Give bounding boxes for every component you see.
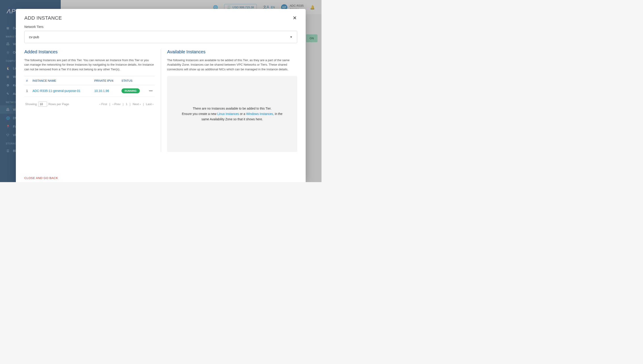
row-index: 1 xyxy=(24,85,31,96)
pagination: Showing Rows per Page ‹ First | ‹ Prev |… xyxy=(24,97,155,107)
added-instances-table: # INSTANCE NAME PRIVATE IPV4 STATUS 1ADC… xyxy=(24,76,155,97)
empty-line1: There are no Instances available to be a… xyxy=(193,107,272,110)
close-icon[interactable]: ✕ xyxy=(292,15,297,21)
col-index: # xyxy=(24,76,31,85)
pg-prev[interactable]: ‹ Prev xyxy=(113,102,121,106)
available-instances-panel: Available Instances The following Instan… xyxy=(161,49,297,152)
network-tier-select[interactable]: cv-pub ▼ xyxy=(24,31,297,43)
showing-label: Showing xyxy=(25,102,37,106)
add-instance-modal: ADD INSTANCE ✕ Network Tiers cv-pub ▼ Ad… xyxy=(16,9,306,182)
pg-current: 1 xyxy=(126,102,128,106)
chevron-down-icon: ▼ xyxy=(290,36,292,38)
added-instances-desc: The following Instances are part of this… xyxy=(24,58,155,72)
col-status: STATUS xyxy=(120,76,146,85)
available-instances-title: Available Instances xyxy=(167,49,297,54)
pg-last[interactable]: Last › xyxy=(146,102,154,106)
empty-line2a: Ensure you create a new xyxy=(182,112,217,116)
table-row: 1ADC-R335-11-general-purpose-0110.10.1.9… xyxy=(24,85,155,96)
network-tiers-label: Network Tiers xyxy=(24,25,297,28)
available-instances-desc: The following Instances are available to… xyxy=(167,58,297,72)
status-badge: RUNNING xyxy=(122,88,140,93)
available-empty-box: There are no Instances available to be a… xyxy=(167,76,297,152)
close-and-go-back-button[interactable]: CLOSE AND GO BACK xyxy=(24,176,58,180)
col-name: INSTANCE NAME xyxy=(31,76,93,85)
rows-per-page-label: Rows per Page xyxy=(49,102,69,106)
linux-instances-link[interactable]: Linux Instances xyxy=(217,112,239,116)
added-instances-title: Added Instances xyxy=(24,49,155,54)
instance-name-link[interactable]: ADC-R335-11-general-purpose-01 xyxy=(31,85,93,96)
pg-first[interactable]: ‹ First xyxy=(100,102,107,106)
remove-icon[interactable]: — xyxy=(149,89,153,92)
empty-line2b: or a xyxy=(239,112,246,116)
instance-ip-link[interactable]: 10.10.1.96 xyxy=(93,85,120,96)
windows-instances-link[interactable]: Windows Instances, xyxy=(246,112,274,116)
col-ip: PRIVATE IPV4 xyxy=(93,76,120,85)
select-value: cv-pub xyxy=(29,35,39,39)
added-instances-panel: Added Instances The following Instances … xyxy=(24,49,161,152)
instance-status: RUNNING xyxy=(120,85,146,96)
pg-next[interactable]: Next › xyxy=(133,102,141,106)
modal-title: ADD INSTANCE xyxy=(24,15,62,21)
rows-per-page-input[interactable] xyxy=(38,102,47,107)
